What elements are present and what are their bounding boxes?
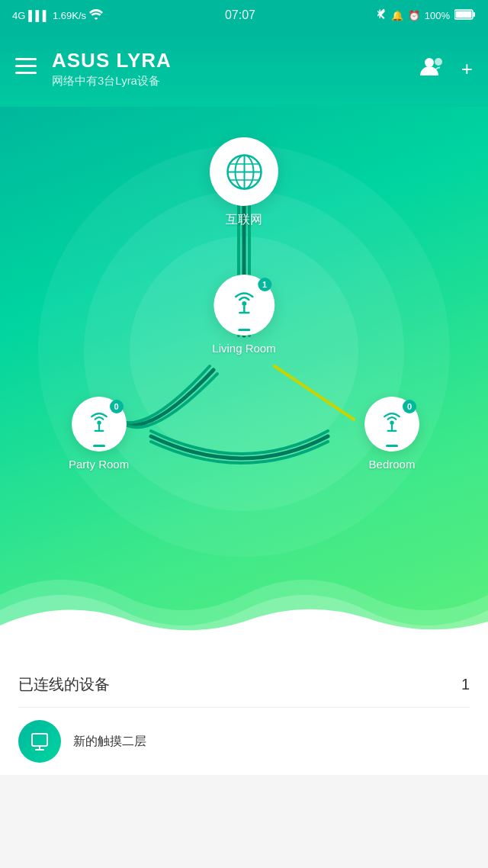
- bedroom-badge: 0: [403, 400, 416, 413]
- bedroom-label: Bedroom: [369, 458, 416, 471]
- living-room-label: Living Room: [212, 342, 275, 355]
- status-bar: 4G ▌▌▌ 1.69K/s 07:07 🔔 ⏰ 100%: [0, 0, 488, 31]
- internet-node[interactable]: 互联网: [210, 137, 278, 228]
- svg-rect-5: [15, 72, 37, 74]
- header-subtitle: 网络中有3台Lyra设备: [52, 74, 420, 88]
- menu-button[interactable]: [15, 58, 37, 79]
- bedroom-node[interactable]: 0 Bedroom: [364, 397, 419, 471]
- bedroom-circle: 0: [364, 397, 419, 452]
- device-info: 新的触摸二层: [73, 734, 470, 750]
- devices-count: 1: [461, 676, 470, 693]
- internet-label: 互联网: [226, 212, 262, 228]
- party-room-circle: 0: [72, 397, 127, 452]
- globe-circle: [210, 137, 278, 206]
- devices-header: 已连线的设备 1: [0, 656, 488, 707]
- alarm-icon: ⏰: [408, 10, 420, 21]
- party-room-minus: [93, 445, 105, 447]
- party-room-badge: 0: [110, 400, 124, 413]
- notification-icon: 🔔: [391, 10, 403, 21]
- wave-decoration: [0, 534, 488, 656]
- device-name: 新的触摸二层: [73, 735, 146, 747]
- living-room-badge: 1: [258, 278, 271, 291]
- living-room-minus: [238, 329, 250, 331]
- svg-rect-1: [456, 11, 472, 18]
- party-room-label: Party Room: [69, 458, 129, 471]
- app-title: ASUS LYRA: [52, 49, 420, 72]
- battery-icon: [454, 9, 476, 22]
- svg-rect-4: [15, 65, 37, 67]
- svg-point-21: [97, 421, 101, 425]
- header-icons: +: [420, 56, 473, 82]
- svg-point-24: [390, 421, 393, 425]
- app-header: ASUS LYRA 网络中有3台Lyra设备 +: [0, 31, 488, 107]
- svg-point-6: [425, 58, 434, 67]
- svg-rect-3: [15, 58, 37, 60]
- party-room-node[interactable]: 0 Party Room: [69, 397, 129, 471]
- svg-rect-27: [32, 734, 47, 746]
- battery-text: 100%: [425, 10, 450, 21]
- wifi-status-icon: [89, 9, 103, 22]
- user-icon-button[interactable]: [420, 56, 446, 82]
- speed-text: 1.69K/s: [53, 10, 86, 21]
- status-right: 🔔 ⏰ 100%: [377, 8, 476, 24]
- bottom-section: 已连线的设备 1 新的触摸二层: [0, 656, 488, 775]
- bedroom-minus: [386, 445, 398, 447]
- header-title-block: ASUS LYRA 网络中有3台Lyra设备: [52, 49, 420, 88]
- device-avatar: [18, 720, 61, 763]
- svg-point-7: [435, 58, 442, 66]
- living-room-node[interactable]: 1 Living Room: [212, 275, 275, 355]
- living-room-circle: 1: [214, 275, 274, 336]
- svg-point-18: [242, 301, 246, 306]
- svg-rect-2: [474, 12, 476, 17]
- status-left: 4G ▌▌▌ 1.69K/s: [12, 9, 103, 22]
- carrier-text: 4G: [12, 10, 25, 21]
- status-time: 07:07: [225, 8, 255, 22]
- bluetooth-icon: [377, 8, 387, 24]
- signal-bars: ▌▌▌: [28, 10, 50, 21]
- device-item[interactable]: 新的触摸二层: [0, 708, 488, 775]
- devices-title: 已连线的设备: [18, 674, 110, 695]
- add-button[interactable]: +: [461, 57, 473, 81]
- network-diagram-area: 互联网 1 Living Room 0: [0, 107, 488, 656]
